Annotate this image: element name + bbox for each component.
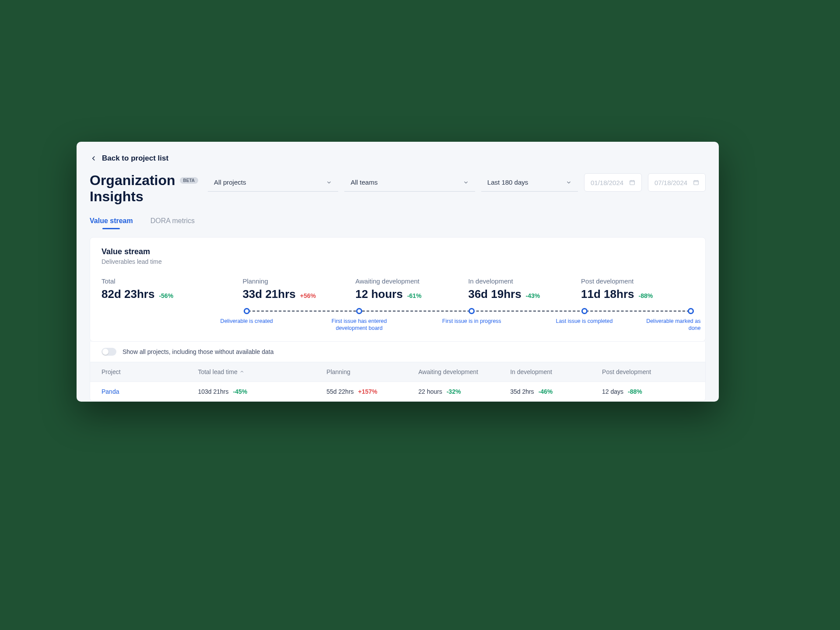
timeline-node-3 [469, 308, 475, 314]
calendar-icon [629, 179, 635, 186]
timeline-node-4 [581, 308, 588, 314]
period-select[interactable]: Last 180 days [481, 173, 578, 192]
table-row: Panda 103d 21hrs-45% 55d 22hrs+157% 22 h… [90, 382, 706, 402]
th-awaiting: Awaiting development [418, 368, 510, 375]
table-header: Project Total lead time Planning Awaitin… [90, 362, 706, 382]
chevron-down-icon [566, 179, 572, 186]
header-row: Organization BETA Insights All projects … [90, 172, 706, 205]
back-to-projects-link[interactable]: Back to project list [90, 154, 706, 163]
card-subtitle: Deliverables lead time [102, 258, 694, 265]
timeline-node-5 [688, 308, 694, 314]
stage-indev: In development 36d 19hrs-43% [468, 277, 581, 301]
tab-value-stream[interactable]: Value stream [90, 217, 133, 229]
app-window: Back to project list Organization BETA I… [77, 142, 719, 402]
card-title: Value stream [102, 247, 694, 256]
arrow-left-icon [90, 154, 98, 162]
date-to-input: 07/18/2024 [648, 173, 706, 192]
svg-rect-1 [694, 181, 699, 185]
toggle-row: Show all projects, including those witho… [90, 342, 706, 362]
project-link[interactable]: Panda [102, 388, 119, 395]
page-title-line1: Organization [90, 172, 175, 189]
back-label: Back to project list [102, 154, 168, 163]
timeline-node-2 [356, 308, 362, 314]
stage-awaiting: Awaiting development 12 hours-61% [355, 277, 468, 301]
chevron-down-icon [463, 179, 469, 186]
timeline-label-4: Last issue is completed [543, 318, 626, 325]
teams-select-value: All teams [350, 178, 378, 186]
th-indev: In development [510, 368, 602, 375]
timeline-label-5: Deliverable marked as done [635, 318, 701, 332]
page-title-line2: Insights [90, 189, 144, 205]
th-postdev: Post development [602, 368, 694, 375]
stage-planning: Planning 33d 21hrs+56% [242, 277, 355, 301]
timeline-label-1: Deliverable is created [205, 318, 288, 325]
projects-select[interactable]: All projects [208, 173, 338, 192]
teams-select[interactable]: All teams [344, 173, 475, 192]
timeline-node-1 [244, 308, 250, 314]
stage-total: Total 82d 23hrs-56% [102, 277, 242, 301]
th-total[interactable]: Total lead time [198, 368, 326, 375]
chevron-down-icon [326, 179, 332, 186]
toggle-label: Show all projects, including those witho… [122, 348, 274, 355]
svg-rect-0 [630, 181, 635, 185]
stages-row: Total 82d 23hrs-56% Planning 33d 21hrs+5… [102, 277, 694, 301]
sort-asc-icon [239, 369, 245, 374]
tab-dora-metrics[interactable]: DORA metrics [150, 217, 195, 229]
date-from-value: 01/18/2024 [591, 179, 623, 186]
timeline-label-3: First issue is in progress [430, 318, 513, 325]
filter-bar: All projects All teams Last 180 days 01/… [208, 172, 706, 192]
calendar-icon [693, 179, 699, 186]
projects-select-value: All projects [214, 178, 246, 186]
timeline: Deliverable is created First issue has e… [102, 307, 694, 332]
value-stream-card: Value stream Deliverables lead time Tota… [90, 237, 706, 342]
date-to-value: 07/18/2024 [654, 179, 687, 186]
show-all-projects-toggle[interactable] [102, 348, 116, 356]
page-title: Organization BETA Insights [90, 172, 198, 205]
tab-bar: Value stream DORA metrics [90, 217, 706, 229]
timeline-label-2: First issue has entered development boar… [318, 318, 401, 332]
period-select-value: Last 180 days [487, 178, 528, 186]
beta-badge: BETA [180, 177, 198, 184]
th-planning: Planning [326, 368, 418, 375]
th-project: Project [102, 368, 198, 375]
date-from-input: 01/18/2024 [584, 173, 642, 192]
stage-postdev: Post development 11d 18hrs-88% [581, 277, 694, 301]
